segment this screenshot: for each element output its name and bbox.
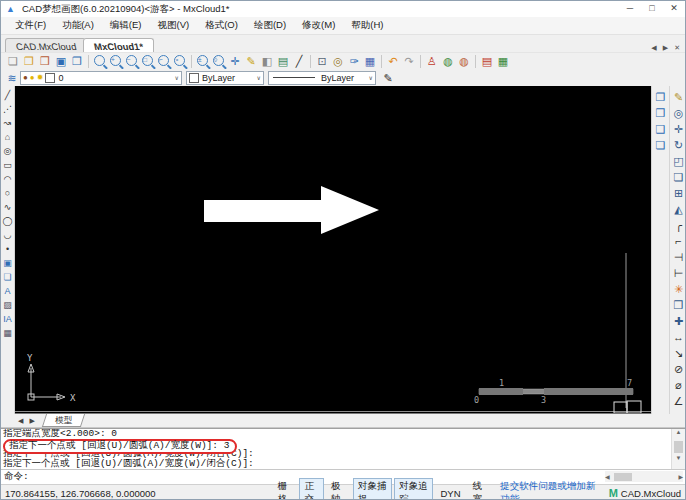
paste-block-icon[interactable]: ❏ [653, 137, 669, 153]
minimize-button[interactable]: ─ [619, 1, 641, 17]
zoom-realtime-icon[interactable]: ± [197, 55, 208, 66]
dim-linear-icon[interactable]: ↔ [671, 329, 686, 345]
circle-icon[interactable]: ○ [1, 186, 14, 200]
toggle-ortho[interactable]: 正交 [299, 478, 324, 500]
cut-clip-icon[interactable]: ❒ [653, 105, 669, 121]
table-icon[interactable]: ▦ [1, 326, 14, 340]
scroll-down-icon[interactable]: ▼ [676, 455, 682, 461]
extend-icon[interactable]: ⊢ [671, 265, 686, 281]
layer-manager-icon[interactable]: ≋ [4, 70, 20, 86]
chevron-down-icon[interactable]: ∨ [253, 74, 261, 81]
lineweight-icon[interactable]: ╱ [291, 53, 307, 69]
cloud-save-icon[interactable]: ▦ [362, 53, 378, 69]
menu-modify[interactable]: 修改(M) [294, 17, 343, 34]
rectangle-icon[interactable]: ▭ [1, 158, 14, 172]
save-icon[interactable]: ▣ [53, 53, 69, 69]
menu-edit[interactable]: 编辑(E) [102, 17, 150, 34]
mirror-icon[interactable]: ◭ [671, 201, 686, 217]
layout-prev-icon[interactable]: ◀ [15, 417, 26, 425]
user-login-icon[interactable]: ♙ [424, 53, 440, 69]
close-button[interactable]: ✕ [663, 1, 685, 17]
move-icon[interactable]: ✛ [671, 121, 686, 137]
ellipse-icon[interactable]: ◯ [1, 214, 14, 228]
cloud-share-icon[interactable]: ◍ [456, 53, 472, 69]
trim-icon[interactable]: ⊣ [671, 249, 686, 265]
pan-icon[interactable]: ✛ [227, 53, 243, 69]
menu-function[interactable]: 功能(A) [54, 17, 102, 34]
dim-angular-icon[interactable]: ∠ [671, 393, 686, 409]
command-vscrollbar[interactable]: ▲ ▼ [671, 429, 685, 469]
scroll-right-icon[interactable]: ▶ [678, 473, 683, 480]
properties-icon[interactable]: ◧ [259, 53, 275, 69]
polyline-icon[interactable]: ↝ [1, 116, 14, 130]
find-icon[interactable]: ◎ [330, 53, 346, 69]
tab-next-icon[interactable]: ▶ [663, 44, 668, 52]
erase-icon[interactable]: ✎ [671, 89, 686, 105]
feedback-link[interactable]: 提交软件问题或增加新功能 [500, 480, 598, 500]
rotate-icon[interactable]: ↻ [671, 137, 686, 153]
xline-icon[interactable]: ⋰ [1, 102, 14, 116]
point-icon[interactable]: • [1, 242, 14, 256]
donut-icon[interactable]: ◎ [1, 144, 14, 158]
undo-icon[interactable]: ↶ [385, 53, 401, 69]
dim-radius-icon[interactable]: ⊘ [671, 361, 686, 377]
hscroll-thumb[interactable] [614, 473, 632, 481]
array-icon[interactable]: ⊞ [671, 185, 686, 201]
zoom-dynamic-icon[interactable]: ◊ [213, 55, 224, 66]
scale-icon[interactable]: ◰ [671, 153, 686, 169]
copy-icon[interactable]: ◎ [671, 105, 686, 121]
ellipse-arc-icon[interactable]: ◡ [1, 228, 14, 242]
paste-clip-icon[interactable]: ❑ [653, 121, 669, 137]
toggle-dyn[interactable]: DYN [435, 486, 465, 500]
zoom-previous-icon[interactable]: ⌐ [158, 55, 169, 66]
toggle-otrack[interactable]: 对象追踪 [394, 478, 433, 500]
make-block-icon[interactable]: ❏ [1, 270, 14, 284]
layers-icon[interactable]: ▤ [275, 53, 291, 69]
zoom-window-icon[interactable]: □ [142, 55, 153, 66]
open-file-icon[interactable]: ❐ [21, 53, 37, 69]
fillet-icon[interactable]: ╭ [671, 217, 686, 233]
toggle-grid[interactable]: 栅格 [273, 478, 298, 500]
command-hscrollbar[interactable]: ◀ ▶ [605, 471, 683, 482]
scroll-up-icon[interactable]: ▲ [676, 429, 682, 435]
save-all-icon[interactable]: ❐ [69, 53, 85, 69]
zoom-in-icon[interactable]: + [110, 55, 121, 66]
menu-help[interactable]: 帮助(H) [343, 17, 391, 34]
dim-leader-icon[interactable]: ↘ [671, 345, 686, 361]
dim-diameter-icon[interactable]: ⌀ [671, 377, 686, 393]
offset-icon[interactable]: ❏ [671, 169, 686, 185]
chevron-down-icon[interactable]: ∨ [171, 74, 179, 81]
layout-next-icon[interactable]: ▶ [26, 417, 37, 425]
toggle-osnap[interactable]: 对象捕捉 [353, 478, 392, 500]
tab-close-icon[interactable]: ✕ [674, 44, 680, 52]
tab-mxcloud1[interactable]: MxCloud1* [83, 38, 154, 53]
chevron-down-icon[interactable]: ∨ [365, 74, 373, 81]
layer-dropdown[interactable]: ●●✹ 0 ∨ [20, 71, 182, 85]
color-dropdown[interactable]: ByLayer ∨ [186, 71, 264, 85]
image-export-icon[interactable]: ▦ [495, 53, 511, 69]
hatch-icon[interactable]: ▨ [1, 298, 14, 312]
plot-icon[interactable]: ⊡ [314, 53, 330, 69]
pdf-export-icon[interactable]: ▤ [479, 53, 495, 69]
explode-icon[interactable]: ✳ [671, 281, 686, 297]
dim-continue-icon[interactable]: ✚ [671, 313, 686, 329]
chamfer-icon[interactable]: ⌐ [671, 233, 686, 249]
redo-icon[interactable]: ↷ [401, 53, 417, 69]
polygon-icon[interactable]: ⌂ [1, 130, 14, 144]
toggle-lineweight[interactable]: 线宽 [468, 478, 493, 500]
menu-view[interactable]: 视图(V) [149, 17, 197, 34]
web-icon[interactable]: ◍ [440, 53, 456, 69]
lineweight-pen-icon[interactable]: ✎ [380, 70, 396, 86]
line-icon[interactable]: ╱ [1, 88, 14, 102]
tab-prev-icon[interactable]: ◀ [651, 44, 656, 52]
copy-clip-icon[interactable]: ❐ [653, 89, 669, 105]
pencil-icon[interactable]: ✎ [243, 53, 259, 69]
import-file-icon[interactable]: ❒ [37, 53, 53, 69]
vscroll-thumb[interactable] [674, 441, 683, 453]
menu-format[interactable]: 格式(O) [197, 17, 246, 34]
maximize-button[interactable]: □ [641, 1, 663, 17]
text-icon[interactable]: A [1, 284, 14, 298]
spline-icon[interactable]: ∿ [1, 200, 14, 214]
arc-icon[interactable]: ◠ [1, 172, 14, 186]
menu-file[interactable]: 文件(F) [7, 17, 54, 34]
